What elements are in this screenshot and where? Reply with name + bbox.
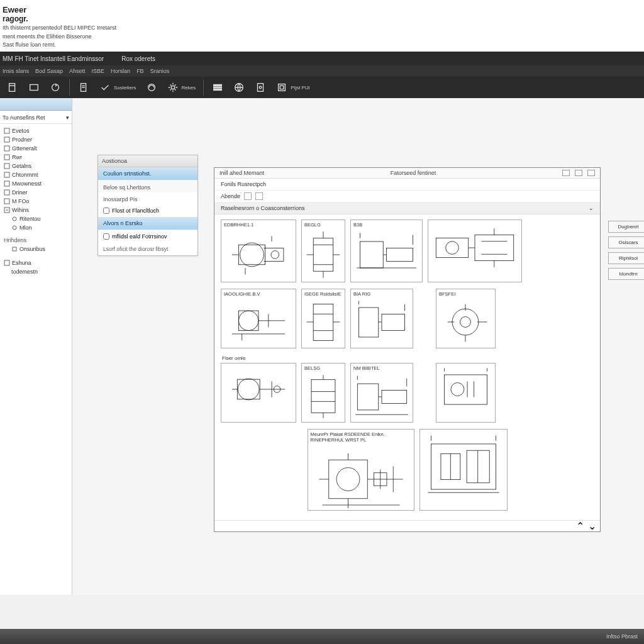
bars-icon bbox=[211, 81, 224, 94]
tree-label: Eshuna bbox=[12, 260, 31, 266]
node-icon bbox=[4, 198, 10, 204]
toolbar-gear-button[interactable]: Rekes bbox=[164, 80, 199, 95]
drawing-thumb[interactable]: EDBRHHE1.1 bbox=[221, 219, 296, 282]
tab-4[interactable]: Horslan bbox=[111, 68, 130, 74]
tab-2[interactable]: Ahsett bbox=[69, 68, 86, 74]
chevron-down-icon[interactable]: ▾ bbox=[66, 114, 69, 121]
tree-subitem[interactable]: Ritentou bbox=[1, 214, 70, 223]
app-desc-2: ment meents the Elihtien Bisserone bbox=[3, 33, 641, 41]
tree-item[interactable]: Getalns bbox=[1, 162, 70, 170]
tree-item[interactable]: Rwr bbox=[1, 153, 70, 162]
tree-item[interactable]: Wihins bbox=[1, 206, 70, 214]
drawing-thumb[interactable]: BEGLG bbox=[301, 219, 345, 282]
node-icon bbox=[4, 163, 10, 169]
folder-icon bbox=[28, 81, 40, 94]
close-button[interactable] bbox=[587, 170, 595, 176]
leaf-icon bbox=[11, 225, 18, 231]
tree-subitem[interactable]: Mlon bbox=[1, 223, 70, 232]
tree-subitem[interactable]: Onsuribus bbox=[1, 245, 70, 253]
tree-item[interactable]: Driner bbox=[1, 188, 70, 197]
doc-toolbar: Abende bbox=[214, 191, 600, 203]
row-label: Flser omle bbox=[221, 355, 594, 362]
drawing-thumb[interactable]: MeunrPr Plakat RSDEENDE Enlkn. RINEPHERH… bbox=[308, 429, 414, 511]
thumb-label: MeunrPr Plakat RSDEENDE Enlkn. RINEPHERH… bbox=[309, 431, 413, 443]
toolbar-doc-button[interactable] bbox=[75, 80, 92, 95]
side-button-2[interactable]: Riphilsol bbox=[608, 252, 644, 264]
action-check-2[interactable]: mflidsl eald Fotrrsinov bbox=[98, 230, 197, 243]
chevron-down-icon[interactable]: ⌄ bbox=[588, 520, 596, 532]
tab-1[interactable]: Bod Sasap bbox=[35, 68, 63, 74]
toolbar-check-button[interactable]: Sostetiers bbox=[96, 80, 139, 95]
svg-point-30 bbox=[271, 251, 279, 259]
app-footer: Inltso Pbrast bbox=[0, 629, 644, 644]
toolbar-print-button[interactable]: Pijst PiJl bbox=[273, 80, 312, 95]
action-check-1[interactable]: Flost ot Flancltloch bbox=[98, 204, 197, 217]
tab-6[interactable]: Sranios bbox=[150, 68, 170, 74]
drawing-thumb[interactable] bbox=[221, 363, 296, 423]
tab-3[interactable]: ISBE bbox=[92, 68, 105, 74]
grid-icon[interactable] bbox=[244, 192, 252, 200]
page-icon bbox=[254, 81, 267, 94]
sidebar-header-label: To Aunsefins Ret bbox=[3, 114, 45, 121]
tree-item[interactable]: Mwownesst bbox=[1, 179, 70, 188]
tree-item[interactable]: Chtonmmt bbox=[1, 170, 70, 179]
side-button-1[interactable]: Osiscars bbox=[608, 236, 644, 248]
drawing-thumb[interactable]: BELSG bbox=[301, 363, 345, 423]
svg-rect-13 bbox=[280, 86, 284, 89]
action-create[interactable]: Coulion srtnstiohst. bbox=[98, 167, 197, 180]
tree-item[interactable]: Prodner bbox=[1, 135, 70, 144]
svg-rect-1 bbox=[30, 85, 38, 91]
svg-rect-39 bbox=[313, 304, 333, 341]
thumb-label: NM BIBITEL bbox=[352, 365, 411, 372]
menubar-left: MM FH Tinet Instantell Eandminssor bbox=[3, 55, 104, 62]
node-icon bbox=[4, 180, 10, 187]
doc-title-left: Inill ahed Memant bbox=[219, 170, 264, 176]
toolbar-check-label: Sostetiers bbox=[114, 85, 136, 91]
toolbar-globe-button[interactable] bbox=[230, 80, 248, 95]
toolbar-cycle-button[interactable] bbox=[143, 80, 160, 95]
svg-rect-48 bbox=[357, 384, 378, 410]
tree-section: Hrihdens bbox=[1, 236, 70, 245]
app-desc-1: Ith thisternt persentedof BELI MIPEC Irr… bbox=[3, 25, 641, 32]
minimize-button[interactable] bbox=[562, 170, 570, 176]
drawing-thumb[interactable] bbox=[428, 219, 522, 282]
tree-item[interactable]: M FOo bbox=[1, 197, 70, 206]
drawing-thumb[interactable] bbox=[419, 429, 508, 511]
tree-label: Ritentou bbox=[19, 216, 41, 222]
maximize-button[interactable] bbox=[575, 170, 582, 176]
checkbox[interactable] bbox=[103, 233, 109, 240]
checkbox[interactable] bbox=[103, 208, 109, 214]
toolbar-open-button[interactable] bbox=[25, 80, 43, 95]
svg-rect-10 bbox=[258, 84, 264, 92]
svg-point-2 bbox=[52, 84, 59, 91]
tree-item[interactable]: Evetos bbox=[1, 126, 70, 135]
drawing-thumb[interactable]: NM BIBITEL bbox=[350, 363, 413, 423]
document-titlebar[interactable]: Inill ahed Memant Fatorseed fentinet bbox=[214, 168, 600, 179]
collapse-icon[interactable]: ⌄ bbox=[589, 205, 594, 211]
sidebar-tab[interactable] bbox=[0, 98, 72, 111]
toolbar-bars-button[interactable] bbox=[209, 80, 226, 95]
leaf-icon bbox=[11, 246, 18, 252]
action-selected[interactable]: Alvors n Esrsko bbox=[98, 217, 197, 230]
doc-scroll-area[interactable]: EDBRHHE1.1 BEGLG B3B bbox=[214, 214, 600, 520]
svg-rect-57 bbox=[467, 450, 489, 483]
drawing-thumb[interactable]: B3B bbox=[350, 219, 423, 282]
tree-item[interactable]: Eshuna bbox=[1, 258, 70, 267]
drawing-thumb[interactable]: BFSFEI bbox=[436, 289, 496, 348]
tree-subitem[interactable]: todemestn bbox=[1, 267, 70, 276]
tab-5[interactable]: FB bbox=[136, 68, 144, 74]
toolbar-refresh-button[interactable] bbox=[47, 80, 64, 95]
side-button-3[interactable]: Idondtrn bbox=[608, 268, 644, 280]
tab-0[interactable]: Insis slans bbox=[3, 68, 29, 74]
svg-rect-8 bbox=[214, 89, 222, 91]
side-button-0[interactable]: Dugbenrt bbox=[608, 221, 644, 233]
toolbar-page-button[interactable] bbox=[252, 80, 269, 95]
drawing-thumb[interactable]: ISEGE RoldslisIE bbox=[301, 289, 345, 348]
toolbar-file-button[interactable] bbox=[4, 80, 21, 95]
list-icon[interactable] bbox=[255, 192, 263, 200]
tree-item[interactable]: Gtteneralt bbox=[1, 144, 70, 153]
drawing-thumb[interactable] bbox=[436, 363, 496, 423]
drawing-thumb[interactable]: IAOOLIGHIE.B.V bbox=[221, 289, 296, 348]
drawing-thumb[interactable]: BIA RIG bbox=[350, 289, 413, 348]
chevron-up-icon[interactable]: ⌃ bbox=[576, 520, 584, 532]
